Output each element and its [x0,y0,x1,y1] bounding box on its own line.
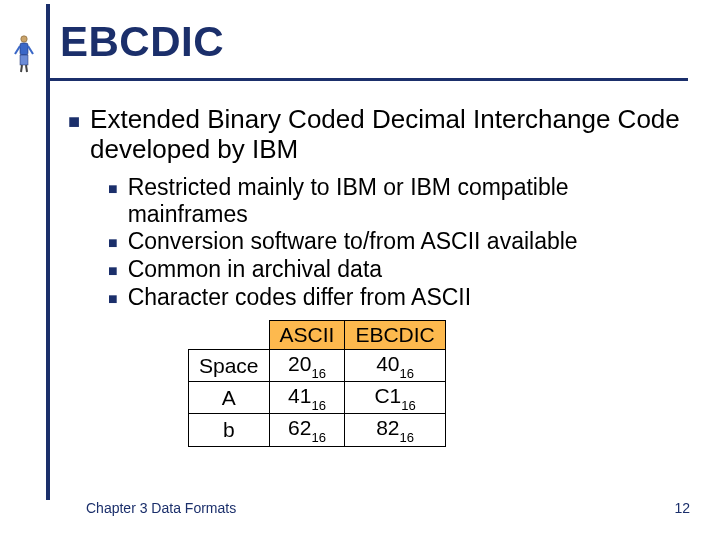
bullet-lvl2-text: Character codes differ from ASCII [128,284,471,312]
bullet-icon: ■ [68,106,80,164]
horizontal-rule [50,78,688,81]
table-cell: 6216 [269,414,345,446]
bullet-lvl2-text: Common in archival data [128,256,382,284]
decorative-figure-icon [12,34,36,74]
bullet-icon: ■ [108,175,118,228]
table-row-header: b [189,414,270,446]
table-row-header: Space [189,350,270,382]
table-cell: 2016 [269,350,345,382]
table-cell: 8216 [345,414,445,446]
codes-table: ASCII EBCDIC Space 2016 4016 A 4116 C116… [188,320,680,447]
svg-rect-4 [20,55,28,65]
slide-body: ■ Extended Binary Coded Decimal Intercha… [68,104,680,447]
svg-line-5 [21,65,22,72]
table-cell: 4116 [269,382,345,414]
svg-line-2 [15,46,20,54]
footer-page-number: 12 [674,500,690,516]
svg-rect-1 [20,43,28,55]
svg-line-3 [28,46,33,54]
svg-point-0 [21,36,27,42]
table-cell: 4016 [345,350,445,382]
bullet-icon: ■ [108,229,118,256]
bullet-icon: ■ [108,285,118,312]
table-corner [189,321,270,350]
table-col-header: ASCII [269,321,345,350]
bullet-lvl2-text: Conversion software to/from ASCII availa… [128,228,578,256]
bullet-icon: ■ [108,257,118,284]
bullet-lvl2-text: Restricted mainly to IBM or IBM compatib… [128,174,680,228]
svg-line-6 [26,65,27,72]
table-col-header: EBCDIC [345,321,445,350]
slide-title: EBCDIC [60,18,224,66]
footer-chapter: Chapter 3 Data Formats [86,500,236,516]
bullet-lvl1-text: Extended Binary Coded Decimal Interchang… [90,104,680,164]
table-row-header: A [189,382,270,414]
table-cell: C116 [345,382,445,414]
